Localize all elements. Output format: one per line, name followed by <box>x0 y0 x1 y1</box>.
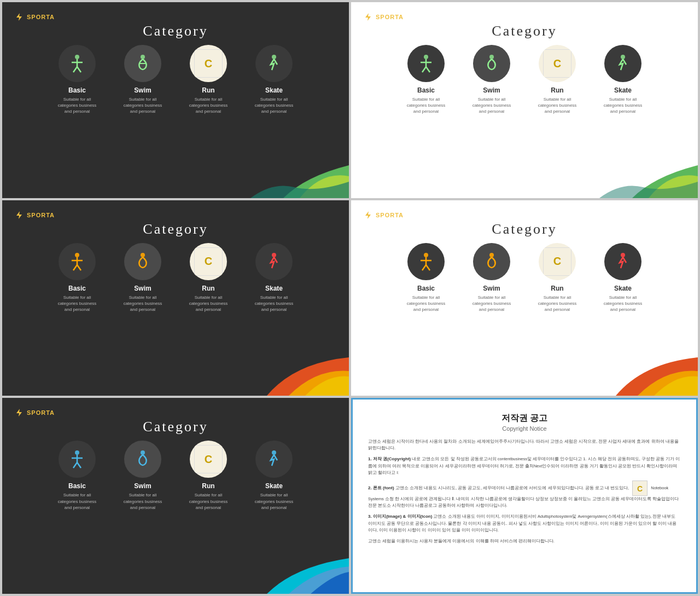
sporta-bolt-icon-2 <box>363 12 373 22</box>
svg-point-34 <box>75 450 79 455</box>
svg-point-18 <box>75 253 79 257</box>
swim-icon-circle-4 <box>473 243 510 280</box>
copyright-section-2: 2. 폰트 (font) 고앤소 소개된 내용도 시나리도, 공동 공고도, 세… <box>368 481 681 509</box>
c-logo-2: C <box>543 49 571 78</box>
c-logo-3: C <box>194 247 223 276</box>
slide-3: SPORTA Category Basic Suitable for allca… <box>2 200 349 396</box>
skate-icon-circle-3 <box>255 243 293 280</box>
swim-label-4: Swim <box>483 285 500 292</box>
cat-basic-2: Basic Suitable for allcategories busines… <box>401 45 451 115</box>
categories-row-1: Basic Suitable for allcategories busines… <box>14 45 337 115</box>
svg-marker-33 <box>16 409 22 416</box>
cat-swim-1: Swim Suitable for allcategories business… <box>118 45 167 115</box>
svg-point-26 <box>424 253 428 257</box>
run-label-4: Run <box>551 285 563 292</box>
svg-marker-9 <box>365 13 371 21</box>
svg-point-40 <box>272 450 276 455</box>
wave-decoration-3 <box>250 341 349 396</box>
basic-icon-circle-4 <box>407 243 445 280</box>
cat-skate-4: Skate Suitable for allcategories busines… <box>598 243 648 313</box>
wave-decoration-1 <box>250 143 349 198</box>
skate-desc-2: Suitable for allcategories businessand p… <box>604 96 643 115</box>
swim-icon-circle-1 <box>124 45 161 82</box>
run-icon-circle-5: C <box>190 441 227 478</box>
cat-run-2: C Run Suitable for allcategories busines… <box>533 45 582 115</box>
run-icon-circle-4: C <box>539 243 576 280</box>
slide-title-2: Category <box>363 23 686 39</box>
logo-text-4: SPORTA <box>376 212 404 218</box>
svg-marker-25 <box>365 211 371 219</box>
svg-marker-0 <box>16 13 22 21</box>
swim-icon-circle-5 <box>124 441 161 478</box>
skate-desc-1: Suitable for allcategories businessand p… <box>255 96 294 115</box>
run-label-5: Run <box>202 482 214 490</box>
basic-desc-1: Suitable for allcategories businessand p… <box>58 96 97 115</box>
swim-desc-1: Suitable for allcategories businessand p… <box>124 96 162 115</box>
copyright-intro: 고앤소 세럼은 시작이라 한다네 사용의 절차와 소개되는 세계에있어주주사기타… <box>368 438 681 452</box>
run-desc-5: Suitable for allcategories businessand p… <box>189 492 228 511</box>
cat-skate-3: Skate Suitable for allcategories busines… <box>249 243 299 313</box>
logo-text-2: SPORTA <box>376 14 404 20</box>
basic-icon-circle-5 <box>59 441 96 478</box>
logo-area-2: SPORTA <box>363 12 686 22</box>
cat-skate-5: Skate Suitable for allcategories busines… <box>249 441 299 511</box>
svg-line-37 <box>73 462 77 468</box>
c-logo-4: C <box>543 247 571 276</box>
svg-point-32 <box>621 253 625 257</box>
skate-desc-5: Suitable for allcategories businessand p… <box>255 492 294 511</box>
categories-row-5: Basic Suitable for allcategories busines… <box>14 441 337 511</box>
svg-line-13 <box>422 67 426 72</box>
basic-label-5: Basic <box>68 482 86 490</box>
svg-line-4 <box>73 67 77 72</box>
cat-basic-3: Basic Suitable for allcategories busines… <box>52 243 102 313</box>
categories-row-4: Basic Suitable for allcategories busines… <box>363 243 686 313</box>
basic-icon-circle-1 <box>59 45 96 82</box>
skate-label-4: Skate <box>614 285 632 292</box>
cat-skate-2: Skate Suitable for allcategories busines… <box>598 45 648 115</box>
svg-line-38 <box>77 462 81 468</box>
wave-decoration-2 <box>599 143 698 198</box>
skate-icon-circle-5 <box>255 441 293 478</box>
run-desc-1: Suitable for allcategories businessand p… <box>189 96 228 115</box>
run-desc-3: Suitable for allcategories businessand p… <box>189 294 228 313</box>
slide-title-1: Category <box>14 23 337 39</box>
wave-decoration-5 <box>250 539 349 594</box>
cat-basic-5: Basic Suitable for allcategories busines… <box>52 441 102 511</box>
swim-desc-3: Suitable for allcategories businessand p… <box>124 294 162 313</box>
sporta-bolt-icon-3 <box>14 210 24 220</box>
cat-swim-2: Swim Suitable for allcategories business… <box>467 45 516 115</box>
skate-label-2: Skate <box>614 86 632 94</box>
svg-line-14 <box>426 67 430 72</box>
cat-swim-5: Swim Suitable for allcategories business… <box>118 441 167 511</box>
categories-row-2: Basic Suitable for allcategories busines… <box>363 45 686 115</box>
run-icon-circle-2: C <box>539 45 576 82</box>
sporta-bolt-icon <box>14 12 24 22</box>
svg-point-1 <box>75 55 79 59</box>
skate-desc-4: Suitable for allcategories businessand p… <box>604 294 643 313</box>
run-desc-2: Suitable for allcategories businessand p… <box>538 96 577 115</box>
basic-desc-2: Suitable for allcategories businessand p… <box>407 96 446 115</box>
run-icon-circle-3: C <box>190 243 227 280</box>
swim-label-2: Swim <box>483 86 500 94</box>
swim-desc-4: Suitable for allcategories businessand p… <box>472 294 511 313</box>
slide-4: SPORTA Category Basic Suitable for allca… <box>351 200 698 396</box>
slide-6: 저작권 공고 Copyright Notice 고앤소 세럼은 시작이라 한다네… <box>351 398 698 594</box>
logo-area-1: SPORTA <box>14 12 337 22</box>
basic-icon-circle-2 <box>407 45 445 82</box>
basic-label-4: Basic <box>417 285 435 292</box>
slide-title-4: Category <box>363 221 686 238</box>
cat-skate-1: Skate Suitable for allcategories busines… <box>249 45 299 115</box>
logo-area-5: SPORTA <box>14 408 337 418</box>
svg-line-21 <box>73 265 77 270</box>
run-desc-4: Suitable for allcategories businessand p… <box>538 294 577 313</box>
swim-icon-circle-2 <box>473 45 510 82</box>
svg-point-16 <box>621 55 625 59</box>
copyright-body: 고앤소 세럼은 시작이라 한다네 사용의 절차와 소개되는 세계에있어주주사기타… <box>368 438 681 545</box>
copyright-title-en: Copyright Notice <box>368 425 681 432</box>
basic-label-1: Basic <box>68 86 86 94</box>
sporta-bolt-icon-4 <box>363 210 373 220</box>
svg-line-30 <box>426 265 430 270</box>
sporta-bolt-icon-5 <box>14 408 24 418</box>
basic-label-2: Basic <box>417 86 435 94</box>
svg-point-15 <box>489 55 494 59</box>
